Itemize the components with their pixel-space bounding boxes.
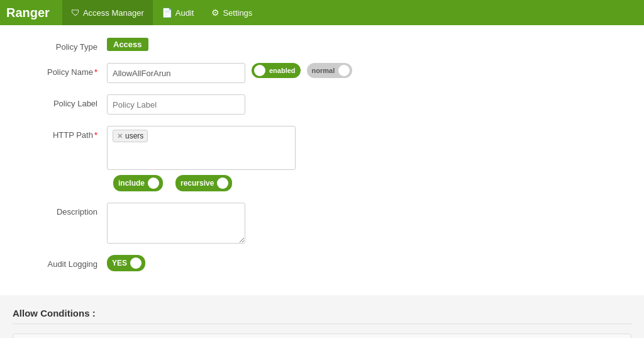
normal-toggle-label: normal bbox=[312, 67, 335, 74]
allow-conditions-title: Allow Conditions : bbox=[13, 308, 631, 324]
path-tag-remove[interactable]: ✕ bbox=[117, 132, 123, 140]
include-toggle-knob bbox=[148, 177, 159, 189]
path-toggles: include recursive bbox=[113, 175, 296, 191]
nav-audit[interactable]: 📄 Audit bbox=[153, 0, 203, 25]
normal-toggle-knob bbox=[338, 65, 350, 76]
audit-logging-toggle-label: YES bbox=[112, 259, 127, 268]
description-row: Description bbox=[25, 203, 619, 244]
enabled-toggle[interactable]: enabled bbox=[252, 63, 301, 78]
normal-toggle[interactable]: normal bbox=[307, 63, 353, 78]
audit-logging-row: Audit Logging YES bbox=[25, 255, 619, 271]
path-tag-users: ✕ users bbox=[113, 130, 148, 142]
enabled-toggle-label: enabled bbox=[269, 67, 296, 74]
nav-access-manager[interactable]: 🛡 Access Manager bbox=[62, 0, 153, 25]
recursive-toggle-knob bbox=[217, 177, 228, 189]
conditions-table-wrap: Select Group Select User Permissions Del… bbox=[13, 334, 631, 338]
audit-logging-label: Audit Logging bbox=[25, 255, 107, 269]
policy-name-input[interactable] bbox=[107, 63, 245, 83]
include-toggle[interactable]: include bbox=[113, 175, 163, 191]
http-path-row: HTTP Path* ✕ users include recursive bbox=[25, 126, 619, 191]
audit-logging-knob bbox=[130, 257, 142, 269]
policy-type-badge: Access bbox=[107, 38, 148, 51]
nav-settings[interactable]: ⚙ Settings bbox=[203, 0, 261, 25]
policy-label-label: Policy Label bbox=[25, 94, 107, 108]
description-label: Description bbox=[25, 203, 107, 217]
http-path-label: HTTP Path* bbox=[25, 126, 107, 140]
audit-logging-toggle[interactable]: YES bbox=[107, 255, 145, 271]
gear-icon: ⚙ bbox=[211, 8, 219, 18]
description-input[interactable] bbox=[107, 203, 245, 244]
shield-icon: 🛡 bbox=[71, 8, 80, 18]
recursive-toggle-label: recursive bbox=[180, 179, 214, 188]
recursive-toggle[interactable]: recursive bbox=[175, 175, 232, 191]
main-content: Policy Type Access Policy Name* enabled … bbox=[0, 25, 644, 295]
top-nav: Ranger 🛡 Access Manager 📄 Audit ⚙ Settin… bbox=[0, 0, 644, 25]
policy-name-row: Policy Name* enabled normal bbox=[25, 63, 619, 83]
allow-conditions-section: Allow Conditions : Select Group Select U… bbox=[0, 308, 644, 338]
include-toggle-label: include bbox=[118, 179, 145, 188]
policy-type-label: Policy Type bbox=[25, 38, 107, 52]
policy-type-row: Policy Type Access bbox=[25, 38, 619, 52]
path-tag-label: users bbox=[125, 132, 143, 140]
brand-logo: Ranger bbox=[6, 6, 50, 20]
audit-icon: 📄 bbox=[162, 8, 172, 18]
policy-label-input[interactable] bbox=[107, 94, 245, 115]
policy-name-label: Policy Name* bbox=[25, 63, 107, 77]
http-path-input-area[interactable]: ✕ users bbox=[107, 126, 296, 170]
enabled-toggle-knob bbox=[254, 65, 265, 76]
policy-label-row: Policy Label bbox=[25, 94, 619, 115]
